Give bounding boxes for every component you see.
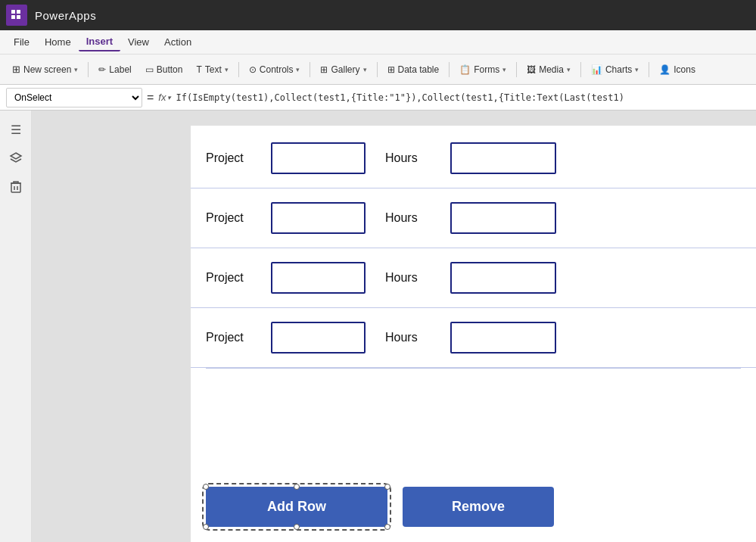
svg-rect-1 xyxy=(17,10,20,14)
divider-3 xyxy=(310,62,310,77)
divider-1 xyxy=(88,62,89,77)
app-canvas: Project Hours Project Hours Project Hour… xyxy=(191,126,756,542)
charts-label: Charts xyxy=(605,64,632,75)
charts-button[interactable]: 📊 Charts ▾ xyxy=(585,58,645,81)
divider-4 xyxy=(377,62,378,77)
formula-select[interactable]: OnSelect xyxy=(6,88,142,107)
hamburger-menu-icon[interactable]: ☰ xyxy=(5,118,27,141)
project-input-3[interactable] xyxy=(271,262,366,294)
media-icon: 🖼 xyxy=(527,64,536,75)
menu-home[interactable]: Home xyxy=(37,33,79,51)
icons-icon: 👤 xyxy=(659,64,670,75)
project-label-4: Project xyxy=(206,331,259,344)
forms-button[interactable]: 📋 Forms ▾ xyxy=(453,58,512,81)
hours-input-4[interactable] xyxy=(450,322,556,354)
menu-action[interactable]: Action xyxy=(157,33,199,51)
menu-insert[interactable]: Insert xyxy=(79,33,120,51)
svg-rect-3 xyxy=(17,15,20,19)
formula-eq-symbol: = xyxy=(147,91,154,104)
formula-fx-chevron: ▾ xyxy=(167,94,171,101)
gallery-label: Gallery xyxy=(331,64,359,75)
add-row-button[interactable]: Add Row xyxy=(206,487,387,527)
handle-tr xyxy=(384,484,390,490)
svg-marker-4 xyxy=(11,153,21,159)
app-title: PowerApps xyxy=(35,9,96,22)
project-label-3: Project xyxy=(206,271,259,285)
controls-icon: ⊙ xyxy=(249,64,257,75)
canvas-area: Project Hours Project Hours Project Hour… xyxy=(32,111,756,542)
svg-rect-5 xyxy=(11,183,20,192)
form-row-3: Project Hours xyxy=(191,248,756,308)
icons-label: Icons xyxy=(674,64,695,75)
media-button[interactable]: 🖼 Media ▾ xyxy=(521,58,577,81)
hours-label-2: Hours xyxy=(385,211,438,225)
text-button[interactable]: T Text ▾ xyxy=(190,58,234,81)
app-grid-button[interactable] xyxy=(6,5,27,26)
text-chevron: ▾ xyxy=(225,66,229,73)
new-screen-icon: ⊞ xyxy=(12,64,20,75)
controls-chevron: ▾ xyxy=(296,66,300,73)
controls-button[interactable]: ⊙ Controls ▾ xyxy=(243,58,306,81)
label-button[interactable]: ✏ Label xyxy=(92,58,137,81)
project-label-1: Project xyxy=(206,151,259,165)
form-row-2: Project Hours xyxy=(191,188,756,248)
data-table-label: Data table xyxy=(398,64,440,75)
top-bar: PowerApps xyxy=(0,0,756,30)
button-button[interactable]: ▭ Button xyxy=(139,58,189,81)
project-input-1[interactable] xyxy=(271,142,366,174)
button-label: Button xyxy=(157,64,183,75)
charts-chevron: ▾ xyxy=(635,66,639,73)
handle-tl xyxy=(203,484,209,490)
divider-6 xyxy=(516,62,517,77)
button-icon: ▭ xyxy=(145,64,154,75)
hours-input-2[interactable] xyxy=(450,202,556,234)
media-label: Media xyxy=(539,64,564,75)
project-label-2: Project xyxy=(206,211,259,225)
formula-bar: OnSelect = fx ▾ If(IsEmpty(test1),Collec… xyxy=(0,85,756,111)
handle-bl xyxy=(203,524,209,530)
new-screen-button[interactable]: ⊞ New screen ▾ xyxy=(6,58,84,81)
trash-icon[interactable] xyxy=(5,176,27,198)
hours-input-3[interactable] xyxy=(450,262,556,294)
label-icon: ✏ xyxy=(98,64,106,75)
data-table-button[interactable]: ⊞ Data table xyxy=(381,58,446,81)
svg-rect-2 xyxy=(11,15,15,19)
divider-7 xyxy=(580,62,581,77)
gallery-button[interactable]: ⊞ Gallery ▾ xyxy=(314,58,372,81)
handle-tm xyxy=(294,484,300,490)
handle-br xyxy=(384,524,390,530)
bottom-divider xyxy=(206,368,741,369)
icons-button[interactable]: 👤 Icons xyxy=(653,58,702,81)
remove-button[interactable]: Remove xyxy=(403,487,554,527)
left-sidebar: ☰ xyxy=(0,111,32,542)
hours-label-3: Hours xyxy=(385,271,438,285)
new-screen-label: New screen xyxy=(23,64,71,75)
project-input-2[interactable] xyxy=(271,202,366,234)
forms-label: Forms xyxy=(474,64,499,75)
add-row-label: Add Row xyxy=(267,499,326,514)
handle-bm xyxy=(294,524,300,530)
new-screen-chevron: ▾ xyxy=(74,66,78,73)
divider-2 xyxy=(238,62,239,77)
project-input-4[interactable] xyxy=(271,322,366,354)
menu-view[interactable]: View xyxy=(120,33,157,51)
controls-label: Controls xyxy=(260,64,294,75)
form-row-4: Project Hours xyxy=(191,308,756,368)
toolbar: ⊞ New screen ▾ ✏ Label ▭ Button T Text ▾… xyxy=(0,55,756,85)
charts-icon: 📊 xyxy=(591,64,602,75)
formula-fx-button[interactable]: fx ▾ xyxy=(158,92,171,103)
formula-input[interactable]: If(IsEmpty(test1),Collect(test1,{Title:"… xyxy=(176,92,750,103)
svg-rect-0 xyxy=(11,10,15,14)
hours-input-1[interactable] xyxy=(450,142,556,174)
button-area: Add Row Remove xyxy=(191,472,756,542)
media-chevron: ▾ xyxy=(567,66,571,73)
formula-fx-label: fx xyxy=(158,92,166,103)
label-label: Label xyxy=(109,64,131,75)
form-row-1: Project Hours xyxy=(191,126,756,188)
hours-label-4: Hours xyxy=(385,331,438,344)
text-label: Text xyxy=(205,64,222,75)
menu-file[interactable]: File xyxy=(6,33,37,51)
forms-chevron: ▾ xyxy=(502,66,506,73)
layers-icon[interactable] xyxy=(5,147,27,170)
forms-icon: 📋 xyxy=(459,64,471,75)
